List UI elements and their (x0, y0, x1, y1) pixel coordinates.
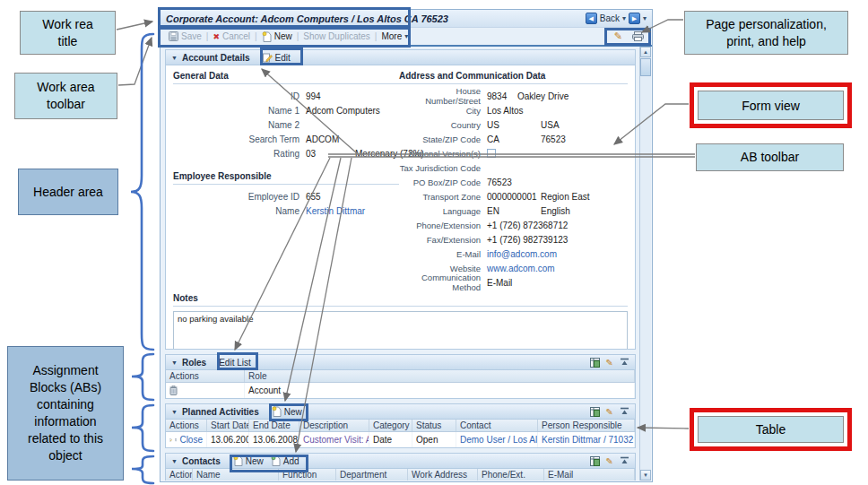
new-document-icon (262, 31, 272, 42)
delete-icon[interactable] (175, 435, 178, 445)
field-value-2: 76523 (541, 134, 566, 144)
new-activity-button[interactable]: New (272, 406, 302, 417)
callout-assignment-blocks: Assignment Blocks (ABs) containing infor… (7, 346, 124, 481)
back-icon[interactable]: ◀ (586, 13, 597, 24)
column-header[interactable]: Category (369, 420, 412, 431)
column-header[interactable]: Person Responsible (538, 420, 635, 431)
description-link[interactable]: Customer Visit: Adco... (299, 432, 369, 447)
scroll-up-icon[interactable]: ▲ (640, 47, 651, 57)
close-activity-link[interactable]: Close (179, 435, 203, 445)
save-button[interactable]: Save (169, 31, 202, 41)
scroll-down-icon[interactable]: ▼ (640, 470, 651, 481)
collapse-block-icon[interactable] (620, 456, 629, 465)
website-link[interactable]: www.adcom.com (487, 264, 555, 273)
field-label: Name (173, 206, 306, 216)
field-label: Name 1 (173, 106, 306, 116)
collapse-triangle-icon[interactable]: ▼ (171, 359, 178, 366)
callout-form-view: Form view (698, 91, 844, 120)
field-label: Rating (173, 149, 306, 159)
field-label: Employee ID (173, 192, 306, 202)
collapse-triangle-icon[interactable]: ▼ (171, 409, 178, 415)
field-label: Tax Jurisdiction Code (399, 163, 487, 173)
field-value-2: Region East (541, 192, 589, 202)
field-label: Communication Method (399, 273, 487, 292)
column-header[interactable]: Actions (166, 370, 245, 382)
delete-icon[interactable] (169, 385, 178, 395)
column-header[interactable]: E-Mail (544, 469, 635, 481)
export-spreadsheet-icon[interactable] (590, 456, 600, 466)
column-header[interactable]: Status (412, 420, 456, 431)
add-document-icon (271, 455, 281, 466)
column-header[interactable]: Department (336, 469, 408, 481)
start-date-cell: 13.06.2008 (207, 432, 249, 447)
field-value: 994 (306, 91, 321, 101)
edit-list-button[interactable]: Edit List (219, 358, 251, 368)
ab-contacts: ▼ Contacts New Add ✎ (165, 453, 636, 481)
column-header[interactable]: Actions (166, 469, 193, 481)
vertical-scrollbar[interactable]: ▲ ▼ (639, 47, 651, 481)
export-spreadsheet-icon[interactable] (590, 407, 600, 417)
scrollbar-thumb[interactable] (640, 58, 651, 76)
callout-work-area-toolbar: Work area toolbar (14, 73, 117, 119)
field-label: Website (399, 264, 487, 273)
new-button[interactable]: New (262, 31, 292, 42)
column-header[interactable]: Start Date (207, 420, 249, 431)
column-header[interactable]: Phone/Ext. (478, 469, 544, 481)
contact-link[interactable]: Demo User / Los Altos CA... (456, 432, 538, 447)
column-header[interactable]: Description (299, 420, 369, 431)
column-header[interactable]: Name (193, 469, 279, 481)
field-label: Language (399, 206, 487, 216)
field-label: National Version(s) (399, 149, 487, 159)
print-icon[interactable] (632, 31, 644, 41)
more-button[interactable]: More ▾ (381, 31, 408, 41)
work-area-title: Corporate Account: Adcom Computers / Los… (166, 13, 586, 24)
section-employee-responsible: Employee Responsible (173, 169, 399, 185)
ab-contacts-header: ▼ Contacts New Add ✎ (166, 454, 635, 469)
export-spreadsheet-icon[interactable] (590, 358, 600, 368)
personalize-icon[interactable]: ✎ (614, 30, 622, 42)
field-value: US (487, 120, 541, 130)
edit-row-icon[interactable] (169, 436, 172, 445)
table-row: Account (166, 383, 635, 398)
edit-icon (263, 53, 273, 63)
forward-dropdown-icon[interactable]: ▾ (643, 14, 647, 22)
save-icon (169, 31, 178, 41)
forward-icon[interactable]: ▶ (629, 13, 640, 24)
column-header[interactable]: Role (245, 370, 635, 382)
column-header[interactable]: Actions (166, 420, 207, 431)
collapse-block-icon[interactable] (620, 358, 629, 367)
collapse-triangle-icon[interactable]: ▼ (171, 458, 178, 464)
cancel-button[interactable]: ✖ Cancel (213, 31, 250, 41)
new-contact-button[interactable]: New (233, 455, 264, 466)
collapse-triangle-icon[interactable]: ▼ (171, 55, 178, 61)
email-link[interactable]: info@adcom.com (487, 249, 557, 259)
cancel-icon: ✖ (213, 32, 220, 41)
show-duplicates-button[interactable]: Show Duplicates (303, 31, 369, 41)
add-contact-button[interactable]: Add (271, 455, 299, 466)
back-button[interactable]: Back (600, 13, 620, 23)
personalize-icon[interactable]: ✎ (606, 407, 613, 417)
column-header[interactable]: End Date (249, 420, 299, 431)
ab-planned-activities-header: ▼ Planned Activities New ✎ (166, 404, 635, 420)
personalize-icon[interactable]: ✎ (606, 358, 613, 368)
field-value: 655 (306, 192, 321, 202)
personalize-icon[interactable]: ✎ (606, 456, 613, 466)
ab-title: Planned Activities (182, 407, 259, 417)
column-header[interactable]: Function (279, 469, 336, 481)
new-document-icon (272, 406, 282, 417)
collapse-block-icon[interactable] (620, 407, 629, 416)
column-header[interactable]: Work Address (408, 469, 478, 481)
ab-title: Roles (182, 358, 206, 368)
notes-textarea[interactable]: no parking available (173, 311, 628, 350)
field-value: CA (487, 134, 541, 144)
column-header[interactable]: Contact (456, 420, 538, 431)
field-value: Adcom Computers (306, 106, 380, 116)
callout-work-area-title: Work rea title (20, 11, 116, 55)
person-responsible-link[interactable]: Kerstin Dittmar / 71032 S... (538, 432, 635, 447)
callout-header-area: Header area (18, 169, 118, 215)
edit-button[interactable]: Edit (263, 53, 291, 63)
callout-form-view-frame: Form view (690, 82, 852, 128)
national-versions-checkbox[interactable] (487, 149, 496, 158)
back-dropdown-icon[interactable]: ▾ (622, 14, 626, 22)
employee-name-link[interactable]: Kerstin Dittmar (306, 206, 365, 216)
